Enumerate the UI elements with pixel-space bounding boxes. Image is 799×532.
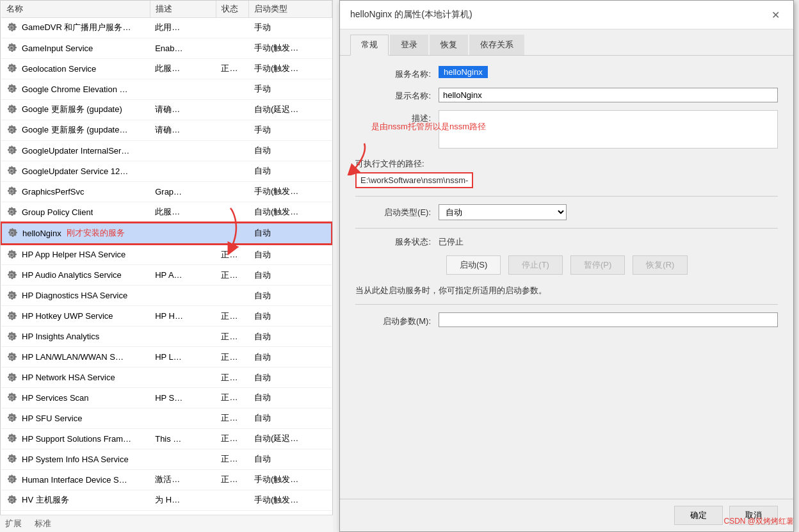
- close-button[interactable]: ✕: [768, 7, 783, 22]
- table-row[interactable]: HP LAN/WLAN/WWAN S…HP L…正在…自动: [1, 347, 332, 367]
- table-row[interactable]: HP Insights Analytics正在…自动: [1, 326, 332, 347]
- service-desc-cell: 激活…: [150, 469, 216, 490]
- ok-button[interactable]: 确定: [674, 506, 723, 525]
- svg-point-0: [10, 26, 13, 29]
- tab-restore[interactable]: 恢复: [430, 35, 468, 55]
- table-row[interactable]: GoogleUpdater Service 12…自动: [1, 161, 332, 181]
- description-value-container: [439, 110, 778, 150]
- start-button[interactable]: 启动(S): [446, 255, 501, 275]
- service-name-cell: HP Services Scan: [1, 388, 150, 408]
- table-row[interactable]: helloNginx刚才安装的服务自动: [1, 223, 332, 244]
- service-startup-cell: 自动: [249, 449, 332, 469]
- col-header-desc[interactable]: 描述: [150, 1, 216, 18]
- bottom-extended[interactable]: 扩展: [5, 518, 22, 529]
- service-desc-cell: 请确…: [150, 120, 216, 140]
- service-status-cell: 正在…: [216, 449, 249, 469]
- service-name-text: Google 更新服务 (gupdate…: [22, 124, 127, 136]
- service-name-text: Geolocation Service: [22, 64, 96, 74]
- service-name-cell: GraphicsPerfSvc: [1, 181, 150, 202]
- service-name-text: HP Services Scan: [22, 393, 89, 403]
- service-status-cell: 正在…: [216, 408, 249, 428]
- startup-params-input[interactable]: [439, 312, 778, 327]
- service-name-text: GoogleUpdater InternalSer…: [22, 146, 129, 156]
- table-row[interactable]: GameDVR 和广播用户服务…此用…手动: [1, 18, 332, 38]
- svg-point-19: [10, 417, 13, 420]
- table-row[interactable]: GraphicsPerfSvcGrap…手动(触发…: [1, 181, 332, 202]
- table-row[interactable]: GameInput ServiceEnab…手动(触发…: [1, 38, 332, 58]
- service-desc-cell: [150, 408, 216, 428]
- svg-point-18: [10, 396, 13, 399]
- gear-icon: [6, 413, 17, 423]
- svg-point-10: [11, 232, 14, 235]
- service-startup-cell: 手动: [249, 120, 332, 140]
- service-name-cell: GoogleUpdater Service 12…: [1, 161, 150, 181]
- col-header-status[interactable]: 状态: [216, 1, 249, 18]
- table-row[interactable]: Google 更新服务 (gupdate…请确…手动: [1, 120, 332, 140]
- service-desc-cell: HP A…: [150, 265, 216, 286]
- col-header-startup[interactable]: 启动类型: [249, 1, 332, 18]
- table-row[interactable]: HV 主机服务为 H…手动(触发…: [1, 490, 332, 510]
- table-row[interactable]: Geolocation Service此服…正在…手动(触发…: [1, 58, 332, 79]
- gear-icon: [6, 22, 17, 33]
- table-row[interactable]: HP Support Solutions Fram…This …正在…自动(延迟…: [1, 428, 332, 449]
- service-desc-cell: 此用…: [150, 18, 216, 38]
- service-name-cell: GameDVR 和广播用户服务…: [1, 18, 150, 38]
- gear-icon: [6, 43, 17, 53]
- table-row[interactable]: Google Chrome Elevation …手动: [1, 79, 332, 99]
- service-name-text: GoogleUpdater Service 12…: [22, 166, 128, 176]
- service-name-cell: HP Audio Analytics Service: [1, 265, 150, 286]
- service-annotation: 刚才安装的服务: [67, 227, 125, 239]
- service-status-cell: [216, 490, 249, 510]
- table-row[interactable]: Human Interface Device S…激活…正在…手动(触发…: [1, 469, 332, 490]
- description-textarea[interactable]: [439, 110, 778, 149]
- table-row[interactable]: HP SFU Service正在…自动: [1, 408, 332, 428]
- service-name-text: HP Hotkey UWP Service: [22, 311, 113, 321]
- service-name-text: Group Policy Client: [22, 207, 93, 217]
- dialog-title: helloNginx 的属性(本地计算机): [350, 9, 472, 20]
- svg-point-13: [10, 294, 13, 297]
- tab-login[interactable]: 登录: [390, 35, 428, 55]
- resume-button[interactable]: 恢复(R): [633, 255, 688, 275]
- service-name-text: HP Network HSA Service: [22, 373, 115, 382]
- tab-dependencies[interactable]: 依存关系: [469, 35, 524, 55]
- table-row[interactable]: HP App Helper HSA Service正在…自动: [1, 244, 332, 265]
- table-row[interactable]: HP Hotkey UWP ServiceHP H…正在…自动: [1, 306, 332, 326]
- exe-path-input[interactable]: [355, 172, 473, 188]
- tab-general[interactable]: 常规: [350, 35, 389, 56]
- service-desc-cell: HP L…: [150, 347, 216, 367]
- gear-icon: [6, 63, 17, 74]
- bottom-standard[interactable]: 标准: [35, 518, 51, 529]
- display-name-input[interactable]: [439, 88, 778, 102]
- properties-dialog: helloNginx 的属性(本地计算机) ✕ 常规 登录 恢复 依存关系 服务…: [339, 0, 794, 532]
- table-row[interactable]: HP Network HSA Service正在…自动: [1, 367, 332, 388]
- table-row[interactable]: HP Services ScanHP S…正在…自动: [1, 388, 332, 408]
- table-row[interactable]: HP Diagnostics HSA Service自动: [1, 286, 332, 306]
- service-name-cell: HP Diagnostics HSA Service: [1, 286, 150, 306]
- svg-point-7: [10, 170, 13, 173]
- stop-button[interactable]: 停止(T): [508, 255, 563, 275]
- table-row[interactable]: HP Audio Analytics ServiceHP A…正在…自动: [1, 265, 332, 286]
- service-status-cell: 正在…: [216, 428, 249, 449]
- gear-icon: [6, 145, 17, 156]
- table-row[interactable]: Google 更新服务 (gupdate)请确…自动(延迟…: [1, 99, 332, 120]
- table-row[interactable]: Group Policy Client此服…自动(触发…: [1, 202, 332, 223]
- service-name-cell: GoogleUpdater InternalSer…: [1, 140, 150, 161]
- col-header-name[interactable]: 名称: [1, 1, 150, 18]
- pause-button[interactable]: 暂停(P): [570, 255, 625, 275]
- table-row[interactable]: GoogleUpdater InternalSer…自动: [1, 140, 332, 161]
- startup-params-value-container: [439, 312, 778, 327]
- service-status-cell: [216, 18, 249, 38]
- display-name-row: 显示名称:: [355, 88, 778, 102]
- service-desc-cell: HP S…: [150, 388, 216, 408]
- startup-type-select[interactable]: 自动 自动(延迟启动) 手动 禁用: [439, 204, 567, 220]
- svg-point-1: [10, 47, 13, 50]
- gear-icon: [6, 250, 17, 260]
- svg-point-16: [10, 355, 13, 359]
- gear-icon: [6, 352, 17, 362]
- svg-point-6: [10, 149, 13, 152]
- service-status-cell: [216, 161, 249, 181]
- table-row[interactable]: HP System Info HSA Service正在…自动: [1, 449, 332, 469]
- display-name-value-container: [439, 88, 778, 102]
- gear-icon: [6, 454, 17, 464]
- service-status-cell: 正在…: [216, 326, 249, 347]
